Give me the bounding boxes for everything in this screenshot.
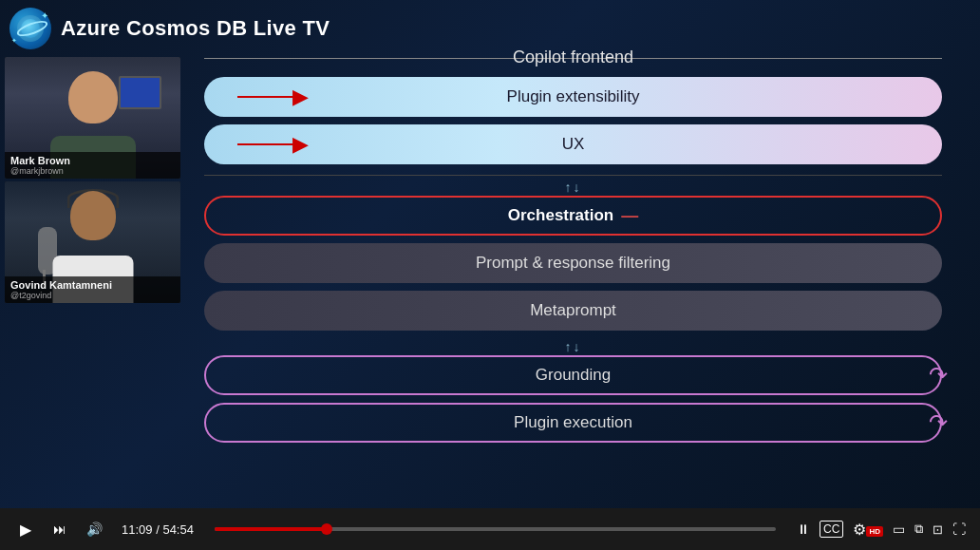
ux-label: UX: [562, 135, 585, 154]
diagram-container: Copilot frontend ▶ Plugin extensibility …: [185, 43, 961, 494]
section-title: Copilot frontend: [498, 47, 649, 67]
orchestration-dash: —: [621, 206, 638, 226]
grounding-row: Grounding ↷: [204, 355, 942, 395]
section-header: Copilot frontend: [204, 47, 942, 67]
grounding-bar: Grounding ↷: [204, 355, 942, 395]
controls-bar: ▶ ⏭ 🔊 11:09 / 54:54 ⏸ CC ⚙HD ▭ ⧉ ⊡ ⛶: [0, 508, 980, 550]
speaker2-name: Govind Kamtamneni: [10, 279, 175, 291]
bg-monitor: [119, 76, 161, 109]
updown-arrows-1: ↑↓: [565, 180, 582, 195]
speaker2-label: Govind Kamtamneni @t2govind: [5, 276, 180, 303]
camera-feeds-container: Mark Brown @markjbrown Govind Kamtamneni…: [5, 57, 180, 303]
curved-arrow-grounding: ↷: [929, 357, 948, 393]
orchestration-label: Orchestration: [508, 206, 613, 225]
settings-button[interactable]: ⚙HD: [853, 521, 883, 539]
fullscreen-button[interactable]: ⛶: [952, 522, 966, 537]
metaprompt-label: Metaprompt: [530, 301, 616, 320]
current-time: 11:09: [122, 522, 153, 537]
title-bar: Azure Cosmos DB Live TV: [9, 8, 330, 49]
metaprompt-bar: Metaprompt: [204, 291, 942, 331]
cast-button[interactable]: ⊡: [933, 522, 943, 537]
progress-bar[interactable]: [215, 527, 776, 531]
plugin-execution-label: Plugin execution: [514, 413, 632, 432]
speaker2-feed: Govind Kamtamneni @t2govind: [5, 181, 180, 303]
theater-button[interactable]: ▭: [893, 522, 905, 537]
curved-right-icon: ↷: [929, 362, 948, 389]
metaprompt-row: Metaprompt: [204, 291, 942, 331]
divider-1: [204, 175, 942, 176]
plugin-execution-bar: Plugin execution ↷: [204, 403, 942, 443]
speaker2-handle: @t2govind: [10, 291, 175, 300]
logo-icon: [9, 8, 51, 49]
speaker1-head: [68, 71, 118, 123]
curved-right-icon-2: ↷: [929, 409, 948, 436]
speaker1-label: Mark Brown @markjbrown: [5, 152, 180, 179]
speaker2-head: [70, 191, 116, 240]
video-area: Azure Cosmos DB Live TV Mark Brown @mark…: [0, 0, 980, 508]
ux-row: ▶ UX: [204, 124, 942, 164]
plugin-extensibility-label: Plugin extensibility: [507, 87, 640, 106]
volume-button[interactable]: 🔊: [83, 518, 105, 541]
app-title: Azure Cosmos DB Live TV: [61, 16, 330, 41]
skip-button[interactable]: ⏭: [48, 518, 71, 541]
prompt-filter-bar: Prompt & response filtering: [204, 243, 942, 283]
prompt-filter-row: Prompt & response filtering: [204, 243, 942, 283]
orchestration-bar: Orchestration —: [204, 196, 942, 236]
speaker1-feed: Mark Brown @markjbrown: [5, 57, 180, 179]
total-time: 54:54: [162, 522, 194, 537]
prompt-filter-label: Prompt & response filtering: [476, 254, 670, 273]
arrow-ux: ▶: [237, 134, 309, 155]
updown-arrows-2: ↑↓: [565, 339, 582, 354]
hd-badge: HD: [866, 526, 883, 537]
pause-button[interactable]: ⏸: [797, 522, 810, 537]
progress-fill: [215, 527, 327, 531]
speaker1-name: Mark Brown: [10, 155, 175, 166]
curved-arrow-plugin-exec: ↷: [929, 405, 948, 441]
ux-bar: ▶ UX: [204, 124, 942, 164]
arrow-plugin: ▶: [237, 86, 309, 107]
right-controls: ⏸ CC ⚙HD ▭ ⧉ ⊡ ⛶: [797, 521, 966, 539]
play-button[interactable]: ▶: [14, 518, 37, 541]
plugin-extensibility-bar: ▶ Plugin extensibility: [204, 77, 942, 117]
orchestration-row: Orchestration —: [204, 196, 942, 236]
progress-dot: [321, 523, 332, 535]
time-display: 11:09 / 54:54: [122, 522, 194, 537]
grounding-label: Grounding: [536, 366, 611, 385]
plugin-extensibility-row: ▶ Plugin extensibility: [204, 77, 942, 117]
cc-button[interactable]: CC: [820, 521, 843, 538]
speaker1-handle: @markjbrown: [10, 166, 175, 176]
plugin-execution-row: Plugin execution ↷: [204, 403, 942, 443]
miniplayer-button[interactable]: ⧉: [914, 522, 923, 537]
